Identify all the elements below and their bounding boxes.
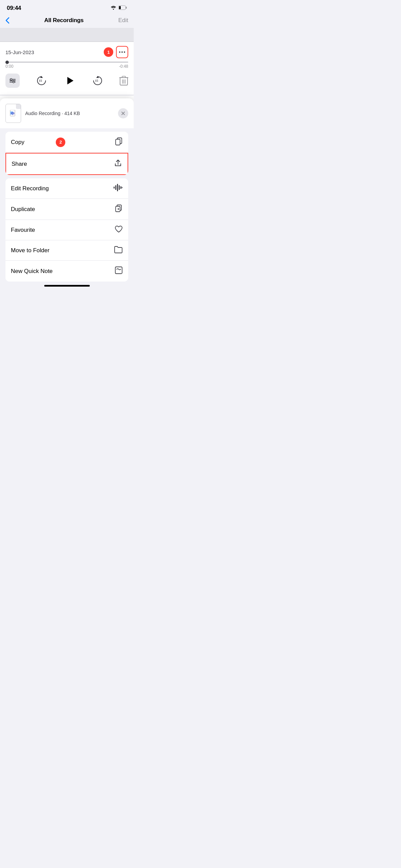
- file-icon: [5, 104, 21, 123]
- svg-rect-26: [14, 112, 14, 114]
- edit-button[interactable]: Edit: [118, 17, 128, 24]
- svg-point-0: [113, 9, 114, 10]
- duplicate-menu-item[interactable]: Duplicate: [5, 199, 128, 220]
- svg-text:15: 15: [39, 79, 42, 82]
- svg-rect-3: [119, 6, 121, 9]
- rewind-15-button[interactable]: 15: [35, 75, 48, 87]
- top-recording-partial: [0, 28, 134, 42]
- duplicate-label: Duplicate: [11, 206, 35, 213]
- edit-recording-menu-item[interactable]: Edit Recording: [5, 178, 128, 199]
- battery-icon: [118, 5, 127, 11]
- time-end: -0:48: [119, 64, 128, 69]
- nav-bar: All Recordings Edit: [0, 14, 134, 28]
- edit-recording-label: Edit Recording: [11, 185, 49, 192]
- svg-rect-35: [120, 186, 121, 189]
- back-button[interactable]: [5, 17, 10, 24]
- note-icon: [115, 266, 123, 276]
- share-label: Share: [12, 161, 27, 167]
- status-bar: 09:44: [0, 0, 134, 14]
- move-to-folder-menu-item[interactable]: Move to Folder: [5, 240, 128, 261]
- favourite-label: Favourite: [11, 227, 35, 234]
- new-quick-note-label: New Quick Note: [11, 268, 53, 275]
- svg-marker-14: [67, 77, 73, 84]
- home-indicator: [44, 285, 90, 287]
- svg-rect-36: [122, 187, 122, 188]
- svg-rect-31: [114, 187, 115, 189]
- sheet-file-header: Audio Recording · 414 KB: [0, 98, 134, 128]
- copy-icon: [115, 137, 123, 147]
- share-menu-item[interactable]: Share: [5, 153, 128, 175]
- progress-container[interactable]: 0:00 -0:48: [5, 62, 128, 69]
- svg-rect-30: [116, 139, 120, 145]
- play-button[interactable]: [63, 74, 76, 87]
- folder-icon: [114, 246, 123, 255]
- svg-rect-34: [119, 185, 120, 190]
- wifi-icon: [111, 5, 116, 11]
- share-icon: [114, 159, 122, 169]
- svg-rect-19: [122, 76, 126, 78]
- svg-point-6: [124, 51, 125, 53]
- new-quick-note-menu-item[interactable]: New Quick Note: [5, 261, 128, 282]
- playback-controls: 15 15: [5, 72, 128, 91]
- annotation-badge-2: 2: [56, 138, 65, 147]
- heart-icon: [115, 225, 123, 235]
- svg-point-10: [11, 79, 12, 80]
- close-sheet-button[interactable]: [118, 108, 128, 118]
- status-icons: [111, 5, 127, 11]
- recording-item-1: 15-Jun-2023 1 0:00 -0:48: [0, 42, 134, 95]
- svg-point-5: [121, 51, 123, 53]
- svg-rect-32: [115, 185, 116, 190]
- annotation-badge-1: 1: [104, 47, 113, 57]
- delete-button[interactable]: [119, 76, 128, 86]
- svg-rect-2: [126, 7, 127, 9]
- favourite-menu-item[interactable]: Favourite: [5, 220, 128, 240]
- bottom-sheet: Audio Recording · 414 KB 2 Copy: [0, 98, 134, 289]
- recording-date-1: 15-Jun-2023: [5, 49, 34, 55]
- file-name: Audio Recording · 414 KB: [25, 111, 80, 116]
- more-options-button[interactable]: [116, 46, 128, 58]
- menu-group-1: 2 Copy Share: [0, 132, 134, 175]
- svg-rect-24: [11, 112, 12, 114]
- svg-text:15: 15: [95, 79, 99, 82]
- forward-15-button[interactable]: 15: [91, 75, 104, 87]
- copy-menu-item[interactable]: 2 Copy: [5, 132, 128, 153]
- page-title: All Recordings: [44, 17, 84, 24]
- settings-button[interactable]: [5, 74, 20, 88]
- copy-label: Copy: [11, 139, 24, 146]
- svg-rect-41: [115, 267, 122, 274]
- status-time: 09:44: [7, 5, 21, 12]
- duplicate-icon: [115, 204, 123, 214]
- svg-point-11: [13, 81, 15, 83]
- svg-rect-33: [117, 184, 118, 191]
- move-to-folder-label: Move to Folder: [11, 247, 49, 254]
- svg-point-4: [119, 51, 120, 53]
- menu-group-2: Edit Recording Duplicate: [0, 178, 134, 282]
- time-start: 0:00: [5, 64, 13, 69]
- svg-rect-25: [13, 112, 13, 115]
- waveform-icon: [113, 184, 123, 193]
